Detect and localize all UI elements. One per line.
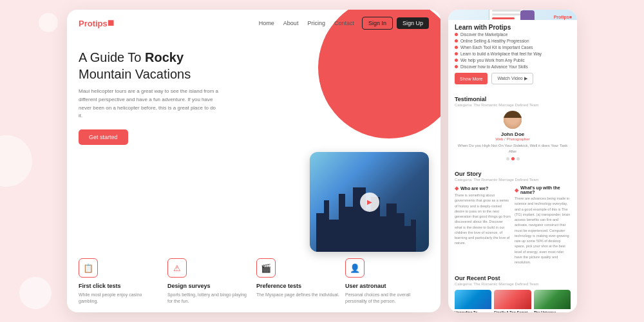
- story-icon-0: ◆: [455, 185, 459, 191]
- screen-line-4: [492, 17, 515, 19]
- learn-buttons: Show More Watch Video ▶: [448, 69, 577, 88]
- post-card-0[interactable]: Upgrading To Microsoft Windows Vista Tip…: [455, 290, 491, 312]
- testimonial-name: John Doe: [455, 131, 571, 137]
- illustration-person: [518, 10, 537, 20]
- feature-icon-warning: ⚠: [167, 258, 187, 278]
- navbar: Protips■ Home About Pricing Contact Sign…: [67, 10, 440, 36]
- feature-title-3: User astronaut: [345, 283, 429, 289]
- feature-design-surveys: ⚠ Design surveys Sports betting, lottery…: [167, 258, 251, 305]
- posts-grid: Upgrading To Microsoft Windows Vista Tip…: [455, 290, 571, 312]
- test-dot-2[interactable]: [516, 157, 520, 160]
- watch-video-button[interactable]: Watch Video ▶: [491, 73, 533, 84]
- hero-title-line2: Mountain Vacations: [79, 67, 191, 81]
- learn-dot-5: [455, 65, 458, 68]
- hero-description: Maui helicopter tours are a great way to…: [79, 88, 220, 120]
- story-text-1: There are advances being made in science…: [515, 196, 571, 265]
- learn-item-text-2: When Each Tool Kit is Important Cases: [460, 45, 533, 50]
- signup-button[interactable]: Sign Up: [397, 17, 429, 29]
- post-image-1: [494, 290, 531, 309]
- story-text-0: There is something about governments tha…: [455, 193, 511, 246]
- learn-item-1: Online Selling & Healthy Progression: [455, 39, 571, 43]
- story-item-0: ◆ Who are we? There is something about g…: [455, 185, 511, 265]
- post-card-2[interactable]: The Universe Through A Child S Eyes By: …: [534, 290, 571, 312]
- testimonial-title: Testimonial: [455, 96, 571, 102]
- posts-subtitle: Categoria: The Romantic Marriage Defined…: [455, 282, 571, 286]
- main-card: Protips■ Home About Pricing Contact Sign…: [67, 10, 440, 312]
- feature-preference: 🎬 Preference tests The Myspace page defi…: [256, 258, 340, 305]
- learn-brand-dot: ■: [569, 15, 572, 19]
- feature-icon-clipboard: 📋: [79, 258, 98, 278]
- learn-items-list: Discover the Marketplace Online Selling …: [448, 32, 577, 69]
- feature-desc-1: Sports betting, lottery and bingo playin…: [167, 292, 251, 305]
- logo: Protips■: [79, 16, 115, 30]
- show-more-button[interactable]: Show More: [455, 73, 488, 84]
- post-image-2: [534, 290, 571, 309]
- feature-title-1: Design surveys: [167, 283, 251, 289]
- signin-button[interactable]: Sign In: [362, 17, 393, 30]
- testimonial-subtitle: Categoria: The Romantic Marriage Defined…: [455, 103, 571, 107]
- story-item-label-1: What's up with the name?: [520, 185, 571, 194]
- story-icon-1: ◆: [515, 187, 518, 193]
- learn-item-text-4: We help you Work from Any Public: [460, 58, 525, 62]
- learn-brand-pro: Pro: [554, 15, 562, 19]
- learn-brand-label: Protips■: [554, 15, 572, 19]
- learn-dot-3: [455, 52, 458, 55]
- test-dot-1[interactable]: [511, 157, 515, 160]
- learn-item-text-5: Discover how to Advance Your Skills: [460, 64, 528, 69]
- hero-title: A Guide To Rocky Mountain Vacations: [79, 49, 220, 82]
- bg-circle-top: [39, 13, 58, 32]
- feature-title-0: First click tests: [79, 283, 162, 289]
- learn-dot-2: [455, 46, 458, 49]
- learn-item-5: Discover how to Advance Your Skills: [455, 64, 571, 69]
- story-item-title-1: ◆ What's up with the name?: [515, 185, 571, 194]
- learn-header: Protips■: [448, 10, 577, 20]
- hero-left: A Guide To Rocky Mountain Vacations Maui…: [79, 43, 220, 252]
- nav-about[interactable]: About: [283, 20, 299, 26]
- feature-icon-user: 👤: [345, 258, 365, 278]
- learn-brand-tips: tips: [561, 15, 569, 19]
- post-title-2: The Universe Through A Child S Eyes: [534, 310, 571, 312]
- logo-tips: tips: [93, 19, 108, 28]
- learn-item-4: We help you Work from Any Public: [455, 58, 571, 62]
- testimonial-dots: [455, 157, 571, 160]
- testimonial-avatar: [504, 111, 522, 129]
- feature-icon-video: 🎬: [256, 258, 276, 278]
- hero-image: ▶: [220, 43, 429, 252]
- screen-line-3: [492, 14, 521, 15]
- play-button[interactable]: ▶: [360, 193, 379, 212]
- story-item-title-0: ◆ Who are we?: [455, 185, 511, 191]
- learn-item-3: Learn to build a Workplace that feel for…: [455, 52, 571, 56]
- avatar-face: [504, 111, 522, 129]
- learn-item-0: Discover the Marketplace: [455, 32, 571, 37]
- avatar-hair: [504, 111, 522, 118]
- get-started-button[interactable]: Get started: [79, 129, 128, 145]
- hero-section: A Guide To Rocky Mountain Vacations Maui…: [67, 36, 440, 252]
- nav-contact[interactable]: Contact: [334, 20, 354, 26]
- learn-item-text-0: Discover the Marketplace: [460, 32, 507, 37]
- hero-title-prefix: A Guide To: [79, 50, 145, 64]
- nav-home[interactable]: Home: [259, 20, 274, 26]
- logo-dot: ■: [108, 16, 115, 29]
- features-row: 📋 First click tests While most people en…: [67, 252, 440, 312]
- test-dot-0[interactable]: [506, 157, 509, 160]
- recent-posts-section: Our Recent Post Categoria: The Romantic …: [448, 272, 577, 312]
- story-title: Our Story: [455, 171, 571, 177]
- learn-dot-1: [455, 39, 458, 43]
- hero-title-bold: Rocky: [145, 50, 184, 64]
- story-item-label-0: Who are we?: [460, 186, 488, 191]
- posts-title: Our Recent Post: [455, 275, 571, 281]
- story-section: Our Story Categoria: The Romantic Marria…: [448, 168, 577, 267]
- story-subtitle: Categoria: The Romantic Marriage Defined…: [455, 178, 571, 182]
- story-item-1: ◆ What's up with the name? There are adv…: [515, 185, 571, 265]
- feature-desc-0: While most people enjoy casino gambling.: [79, 292, 162, 305]
- person-body: [520, 10, 535, 20]
- feature-astronaut: 👤 User astronaut Personal choices and th…: [345, 258, 429, 305]
- post-card-1[interactable]: Finally A Top Secret Way You Can Get By:…: [494, 290, 531, 312]
- logo-pro: Pro: [79, 19, 93, 28]
- nav-pricing[interactable]: Pricing: [307, 20, 325, 26]
- city-image-container: ▶: [310, 152, 429, 252]
- learn-dot-4: [455, 59, 458, 62]
- story-grid: ◆ Who are we? There is something about g…: [455, 185, 571, 265]
- testimonial-section: Testimonial Categoria: The Romantic Marr…: [448, 93, 577, 163]
- post-image-0: [455, 290, 491, 309]
